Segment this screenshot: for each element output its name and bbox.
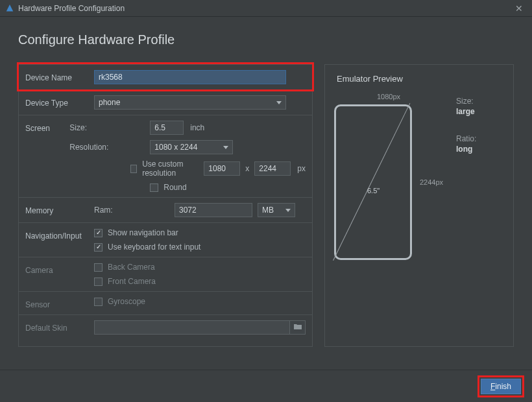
ram-input[interactable] <box>175 203 252 217</box>
label-sensor: Sensor <box>25 297 94 309</box>
use-keyboard-checkbox[interactable]: Use keyboard for text input <box>94 242 200 252</box>
ram-unit-select[interactable]: MB <box>258 203 295 217</box>
back-camera-label: Back Camera <box>108 263 155 272</box>
row-nav-input: Navigation/Input Show navigation bar Use… <box>19 223 312 257</box>
default-skin-select[interactable] <box>94 320 290 335</box>
device-type-select[interactable]: phone <box>94 95 286 110</box>
ram-label: Ram: <box>94 206 175 215</box>
custom-res-width-input[interactable] <box>204 161 240 176</box>
screen-size-input[interactable] <box>150 121 184 135</box>
preview-width-label: 1080px <box>377 93 400 100</box>
show-nav-checkbox[interactable]: Show navigation bar <box>94 228 178 237</box>
browse-skin-button[interactable] <box>290 320 306 335</box>
device-name-input[interactable] <box>94 70 286 84</box>
row-sensor: Sensor Gyroscope <box>19 292 312 315</box>
res-x-separator: x <box>245 164 249 173</box>
label-memory: Memory <box>25 203 94 215</box>
chevron-down-icon <box>285 209 291 212</box>
back-camera-checkbox[interactable]: Back Camera <box>94 263 155 272</box>
app-icon <box>5 4 14 13</box>
front-camera-checkbox[interactable]: Front Camera <box>94 277 156 286</box>
use-custom-res-label: Use custom resolution <box>142 160 199 178</box>
round-checkbox[interactable]: Round <box>150 183 186 192</box>
row-camera: Camera Back Camera Front Camera <box>19 257 312 292</box>
footer: Finish <box>0 370 532 402</box>
window-title: Hardware Profile Configuration <box>18 4 125 13</box>
row-memory: Memory Ram: MB <box>19 198 312 223</box>
gyroscope-checkbox[interactable]: Gyroscope <box>94 297 145 306</box>
preview-ratio-key: Ratio: <box>456 134 476 143</box>
use-keyboard-label: Use keyboard for text input <box>108 242 200 252</box>
show-nav-label: Show navigation bar <box>108 228 178 237</box>
preview-diagonal: 6.5" <box>367 187 380 195</box>
label-default-skin: Default Skin <box>25 320 94 333</box>
row-device-type: Device Type phone <box>19 90 312 115</box>
finish-button-label: Finish <box>490 382 511 391</box>
front-camera-label: Front Camera <box>108 277 156 286</box>
round-label: Round <box>163 183 186 192</box>
preview-title: Emulator Preview <box>337 74 502 84</box>
screen-res-select[interactable]: 1080 x 2244 <box>150 140 233 154</box>
ram-unit-value: MB <box>262 206 274 215</box>
screen-size-label: Size: <box>69 123 150 132</box>
row-screen: Screen Size: inch Resolution: 1080 x 224… <box>19 115 312 198</box>
finish-button[interactable]: Finish <box>481 379 521 394</box>
preview-size-val: large <box>456 107 476 116</box>
gyroscope-label: Gyroscope <box>108 297 145 306</box>
device-outline: 6.5" <box>334 104 412 260</box>
page-title: Configure Hardware Profile <box>18 32 514 47</box>
chevron-down-icon <box>223 146 228 149</box>
preview-height-label: 2244px <box>420 104 443 260</box>
label-screen: Screen <box>25 121 69 133</box>
label-camera: Camera <box>25 263 94 275</box>
preview-ratio-val: long <box>456 145 476 154</box>
label-device-name: Device Name <box>25 70 94 82</box>
preview-size-key: Size: <box>456 97 476 106</box>
chevron-down-icon <box>276 101 282 104</box>
res-unit: px <box>297 164 306 173</box>
device-type-value: phone <box>99 98 120 107</box>
custom-res-height-input[interactable] <box>254 161 291 176</box>
preview-panel: Emulator Preview 1080px 6.5" 2244px Size… <box>324 64 514 347</box>
folder-icon <box>294 323 302 332</box>
screen-res-value: 1080 x 2244 <box>154 143 197 152</box>
screen-res-label: Resolution: <box>69 143 150 152</box>
row-default-skin: Default Skin <box>19 315 312 340</box>
label-device-type: Device Type <box>25 95 94 108</box>
row-device-name: Device Name <box>19 65 312 90</box>
label-nav-input: Navigation/Input <box>25 228 94 241</box>
close-icon[interactable]: ✕ <box>511 3 527 14</box>
form-panel: Device Name Device Type phone Screen <box>18 64 313 347</box>
title-bar: Hardware Profile Configuration ✕ <box>0 0 532 17</box>
use-custom-res-checkbox[interactable]: Use custom resolution <box>130 160 199 178</box>
screen-size-unit: inch <box>190 123 204 132</box>
